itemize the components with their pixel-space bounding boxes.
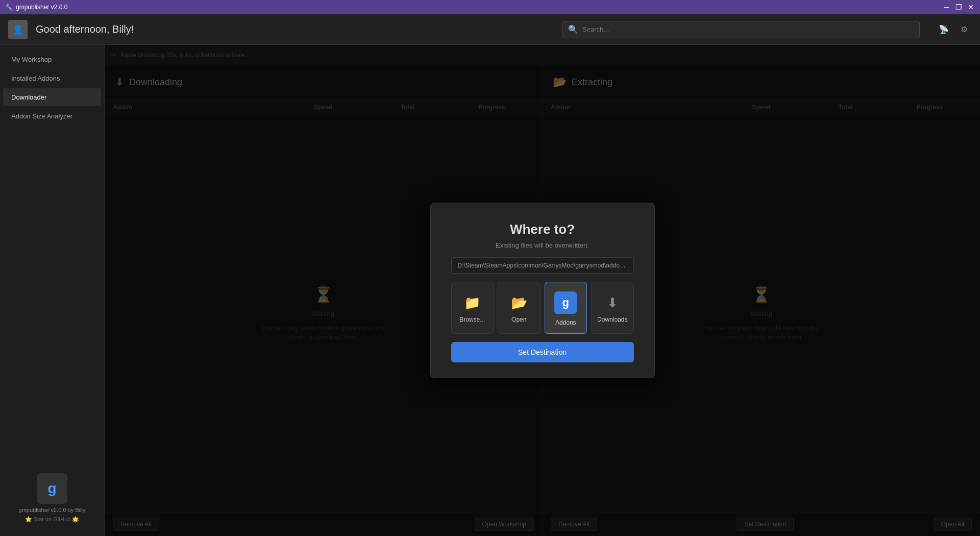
set-destination-button[interactable]: Set Destination <box>451 342 634 362</box>
sidebar-item-my-workshop[interactable]: My Workshop <box>3 51 101 68</box>
modal-overlay[interactable]: Where to? Existing files will be overwri… <box>105 45 980 536</box>
gm-logo: g <box>37 473 67 504</box>
settings-button[interactable]: ⚙ <box>957 22 972 37</box>
close-button[interactable]: ✕ <box>967 3 975 11</box>
search-input[interactable] <box>582 26 914 33</box>
main-content: ✏ ⬇ Downloading Addon Speed Total Progre… <box>105 45 980 536</box>
greeting: Good afternoon, Billy! <box>36 23 134 35</box>
search-icon: 🔍 <box>568 25 578 34</box>
restore-button[interactable]: ❐ <box>954 3 963 11</box>
modal-path: D:\Steam\SteamApps\common\GarrysMod\garr… <box>451 257 634 274</box>
modal-open-button[interactable]: 📂 Open <box>498 282 541 334</box>
body: My Workshop Installed Addons Downloader … <box>0 45 980 536</box>
sidebar-item-downloader[interactable]: Downloader <box>3 88 101 106</box>
sidebar-label-downloader: Downloader <box>11 93 46 101</box>
sidebar: My Workshop Installed Addons Downloader … <box>0 45 105 536</box>
modal-title: Where to? <box>510 222 575 237</box>
sidebar-star-github[interactable]: ⭐ Star on GitHub 🌟 <box>25 516 80 523</box>
header: 👤 Good afternoon, Billy! 🔍 📡 ⚙ <box>0 14 980 45</box>
addons-g-logo: g <box>554 291 577 314</box>
modal-buttons: 📁 Browse... 📂 Open g Addons <box>451 282 634 334</box>
browse-label: Browse... <box>459 316 485 323</box>
open-icon: 📂 <box>511 295 527 311</box>
minimize-button[interactable]: ─ <box>942 3 950 11</box>
sidebar-label-installed-addons: Installed Addons <box>11 75 60 82</box>
modal-browse-button[interactable]: 📁 Browse... <box>451 282 494 334</box>
sidebar-item-installed-addons[interactable]: Installed Addons <box>3 69 101 87</box>
addons-label: Addons <box>555 319 576 326</box>
sidebar-app-name: gmpublisher v2.0.0 by Billy <box>19 507 86 513</box>
modal-subtitle: Existing files will be overwritten. <box>496 241 589 249</box>
downloads-icon: ⬇ <box>607 295 618 311</box>
modal-downloads-button[interactable]: ⬇ Downloads <box>591 282 634 334</box>
downloads-label: Downloads <box>597 316 627 323</box>
app: 👤 Good afternoon, Billy! 🔍 📡 ⚙ My Worksh… <box>0 14 980 536</box>
open-label: Open <box>511 316 526 323</box>
avatar-icon: 👤 <box>12 24 23 35</box>
titlebar-controls: ─ ❐ ✕ <box>942 3 975 11</box>
titlebar-icon: 🔧 <box>5 4 13 11</box>
rss-button[interactable]: 📡 <box>936 22 951 37</box>
modal-addons-button[interactable]: g Addons <box>545 282 587 334</box>
browse-icon: 📁 <box>464 295 480 311</box>
titlebar-title: gmpublisher v2.0.0 <box>16 4 67 11</box>
sidebar-label-my-workshop: My Workshop <box>11 56 52 63</box>
sidebar-item-addon-size-analyzer[interactable]: Addon Size Analyzer <box>3 107 101 125</box>
sidebar-label-addon-size-analyzer: Addon Size Analyzer <box>11 112 72 120</box>
avatar: 👤 <box>8 20 28 39</box>
header-right: 📡 ⚙ <box>936 22 972 37</box>
destination-modal: Where to? Existing files will be overwri… <box>430 203 655 378</box>
search-bar[interactable]: 🔍 <box>562 21 920 38</box>
sidebar-bottom: g gmpublisher v2.0.0 by Billy ⭐ Star on … <box>0 465 104 531</box>
titlebar: 🔧 gmpublisher v2.0.0 ─ ❐ ✕ <box>0 0 980 14</box>
titlebar-left: 🔧 gmpublisher v2.0.0 <box>5 4 67 11</box>
